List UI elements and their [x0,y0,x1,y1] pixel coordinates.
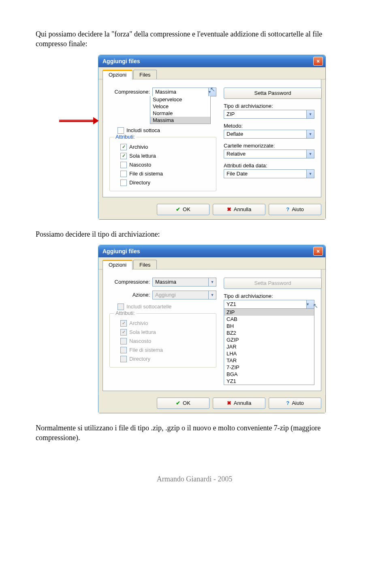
list-item[interactable]: TAR [224,357,314,364]
annulla-button[interactable]: ✖Annulla [213,398,265,409]
window-title: Aggiungi files [103,248,140,254]
dialog-aggiungi-files-2: Aggiungi files × Opzioni Files Compressi… [98,245,326,413]
page-footer: Armando Gianardi - 2005 [36,475,353,483]
chevron-down-icon[interactable]: ▼ [306,130,314,139]
attr-checkbox [120,338,127,344]
attr-checkbox[interactable] [120,180,127,186]
attr-checkbox: ✓ [120,320,127,327]
attributi-legend: Attributi: [114,310,137,316]
azione-combo: Aggiungi▼ [152,291,216,299]
includi-checkbox [118,304,124,310]
dialog-buttons: ✔OK ✖Annulla ?Aiuto [98,201,325,219]
compressione-combo[interactable]: Massima ▼↖ [152,88,216,96]
chevron-down-icon[interactable]: ▼ [306,110,314,119]
attributi-legend: Attributi: [114,134,137,140]
chevron-down-icon: ▼ [208,291,216,299]
setta-password-button: Setta Password [224,278,322,289]
window-title: Aggiungi files [103,58,140,64]
attr-label: File di sistema [129,171,163,177]
dropdown-item-selected[interactable]: Massima [150,117,210,124]
attr-label: Archivio [129,320,148,326]
outro-paragraph: Normalmente si utilizzano i file di tipo… [36,423,353,443]
close-button[interactable]: × [313,57,323,66]
dialog-buttons: ✔OK ✖Annulla ?Aiuto [98,395,325,413]
annulla-button[interactable]: ✖Annulla [213,204,265,215]
compressione-dropdown[interactable]: Superveloce Veloce Normale Massima [150,96,211,124]
close-icon: × [316,58,320,64]
aiuto-button[interactable]: ?Aiuto [269,398,321,409]
attr-checkbox[interactable] [120,162,127,168]
list-item[interactable]: BZ2 [224,329,314,336]
metodo-label: Metodo: [224,123,314,129]
chevron-down-icon[interactable]: ▼ [306,169,314,178]
list-item[interactable]: JAR [224,343,314,350]
attr-label: Nascosto [129,162,151,168]
includi-label: Includi sottocartelle [126,304,171,310]
list-item[interactable]: YZ1 [224,378,314,385]
list-item[interactable]: ZIP [224,309,314,316]
attr-label: Directory [129,356,150,362]
attr-checkbox[interactable]: ✓ [120,153,127,159]
attr-checkbox [120,356,127,362]
chevron-down-icon[interactable]: ▼↖ [306,300,314,309]
attr-checkbox[interactable] [120,171,127,177]
setta-password-button[interactable]: Setta Password [224,88,322,99]
dialog-aggiungi-files-1: Aggiungi files × Opzioni Files Compressi… [98,55,326,220]
tabstrip: Opzioni Files [98,67,325,79]
chevron-down-icon[interactable]: ▼ [306,150,314,158]
dropdown-item[interactable]: Veloce [150,103,210,110]
cartelle-label: Cartelle memorizzate: [224,143,314,149]
attr-label: File di sistema [129,347,163,353]
tab-files[interactable]: Files [133,260,156,269]
tab-files[interactable]: Files [133,70,156,79]
intro-paragraph-1: Qui possiamo decidere la "forza" della c… [36,29,353,49]
list-item[interactable]: BGA [224,371,314,378]
titlebar[interactable]: Aggiungi files × [98,245,325,257]
aiuto-button[interactable]: ?Aiuto [269,204,321,215]
list-item[interactable]: BH [224,323,314,329]
compressione-label: Compressione: [109,89,152,95]
ok-button[interactable]: ✔OK [157,398,209,409]
cartelle-combo[interactable]: Relative▼ [224,150,314,158]
tipo-combo[interactable]: ZIP▼ [224,110,314,119]
metodo-combo[interactable]: Deflate▼ [224,130,314,139]
chevron-down-icon[interactable]: ▼↖ [208,88,216,96]
compressione-value: Massima [152,88,208,96]
includi-label: Includi sottoca [126,127,160,133]
attr-checkbox[interactable]: ✓ [120,144,127,150]
cancel-icon: ✖ [227,206,231,212]
dropdown-item[interactable]: Normale [150,110,210,117]
attr-checkbox: ✓ [120,329,127,336]
attr-label: Archivio [129,144,148,150]
includi-checkbox[interactable] [118,127,124,134]
callout-arrow [59,118,99,124]
chevron-down-icon: ▼ [208,278,216,287]
cancel-icon: ✖ [227,400,231,406]
tab-opzioni[interactable]: Opzioni [103,260,133,269]
tipo-combo[interactable]: YZ1▼↖ [224,300,314,309]
tab-opzioni[interactable]: Opzioni [103,70,133,79]
help-icon: ? [286,400,289,406]
close-button[interactable]: × [313,247,323,256]
list-item[interactable]: CAB [224,316,314,323]
cursor-icon: ↖ [210,86,215,93]
dropdown-item[interactable]: Superveloce [150,96,210,103]
attrdata-combo[interactable]: File Date▼ [224,169,314,178]
tabstrip: Opzioni Files [98,257,325,269]
titlebar[interactable]: Aggiungi files × [98,55,325,67]
attr-label: Nascosto [129,338,151,344]
list-item[interactable]: LHA [224,350,314,357]
ok-button[interactable]: ✔OK [157,204,209,215]
check-icon: ✔ [176,206,180,212]
tipo-label: Tipo di archiviazione: [224,293,314,299]
attr-label: Sola lettura [129,329,156,335]
attrdata-label: Attributi della data: [224,163,314,169]
list-item[interactable]: 7-ZIP [224,364,314,371]
attr-checkbox [120,347,127,353]
compressione-label: Compressione: [109,279,152,285]
tipo-listbox[interactable]: ZIP CAB BH BZ2 GZIP JAR LHA TAR 7-ZIP BG… [224,308,314,385]
help-icon: ? [286,206,289,212]
azione-label: Azione: [109,292,152,298]
attr-label: Sola lettura [129,153,156,159]
list-item[interactable]: GZIP [224,336,314,343]
